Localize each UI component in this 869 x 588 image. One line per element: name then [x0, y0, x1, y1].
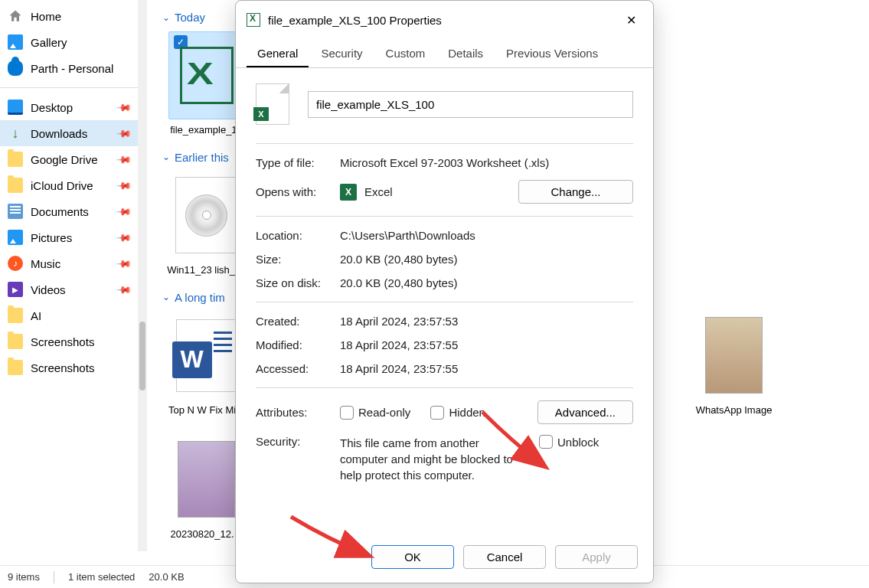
tab-security[interactable]: Security	[310, 39, 373, 67]
cancel-button[interactable]: Cancel	[463, 545, 546, 569]
apply-button[interactable]: Apply	[555, 545, 638, 569]
sidebar-item-label: Screenshots	[31, 361, 130, 374]
sidebar-item-label: Desktop	[31, 101, 110, 114]
sidebar-item-documents[interactable]: Documents 📌	[0, 198, 138, 224]
sidebar-item-label: Documents	[31, 205, 110, 218]
properties-dialog: file_example_XLS_100 Properties ✕ Genera…	[235, 0, 654, 583]
group-title: Today	[175, 11, 205, 24]
image-file-icon	[705, 317, 763, 394]
sizedisk-value: 20.0 KB (20,480 bytes)	[340, 276, 633, 289]
pin-icon: 📌	[116, 203, 132, 220]
sidebar-item-label: iCloud Drive	[31, 179, 110, 192]
sizedisk-label: Size on disk:	[256, 276, 340, 289]
pin-icon: 📌	[116, 281, 132, 298]
sidebar-scrollbar[interactable]	[138, 0, 147, 551]
filename-input[interactable]	[308, 91, 633, 118]
sidebar-item-desktop[interactable]: Desktop 📌	[0, 94, 138, 120]
iso-file-icon	[175, 177, 238, 253]
sidebar-item-label: Downloads	[31, 127, 110, 140]
readonly-checkbox[interactable]: Read-only	[340, 406, 410, 420]
dialog-footer: OK Cancel Apply	[236, 534, 653, 583]
location-value: C:\Users\Parth\Downloads	[340, 229, 633, 242]
desktop-icon	[8, 100, 23, 115]
folder-icon	[8, 152, 23, 167]
sidebar-item-videos[interactable]: ▶ Videos 📌	[0, 276, 138, 302]
image-file-icon	[178, 441, 235, 518]
close-button[interactable]: ✕	[619, 8, 642, 31]
scrollbar-thumb[interactable]	[139, 322, 145, 390]
sidebar-item-label: Music	[31, 257, 110, 270]
sidebar-item-iclouddrive[interactable]: iCloud Drive 📌	[0, 172, 138, 198]
sidebar-item-screenshots[interactable]: Screenshots	[0, 328, 138, 354]
accessed-value: 18 April 2024, 23:57:55	[340, 362, 633, 375]
tab-general[interactable]: General	[247, 39, 309, 67]
status-item-count: 9 items	[8, 571, 40, 583]
divider	[54, 571, 54, 583]
tab-details[interactable]: Details	[437, 39, 494, 67]
type-value: Microsoft Excel 97-2003 Worksheet (.xls)	[340, 156, 633, 169]
xls-icon	[247, 13, 260, 27]
created-label: Created:	[256, 315, 340, 328]
unblock-checkbox[interactable]: Unblock	[539, 435, 599, 449]
onedrive-icon	[8, 60, 23, 76]
excel-app-icon: X	[340, 184, 357, 201]
excel-file-icon	[180, 47, 234, 104]
status-size: 20.0 KB	[149, 571, 184, 583]
sidebar-item-downloads[interactable]: ↓ Downloads 📌	[0, 120, 138, 146]
file-type-icon: X	[256, 83, 289, 125]
opens-label: Opens with:	[256, 185, 340, 198]
security-text: This file came from another computer and…	[340, 435, 524, 483]
sidebar-item-googledrive[interactable]: Google Drive 📌	[0, 146, 138, 172]
sidebar-item-onedrive[interactable]: Parth - Personal	[0, 55, 138, 81]
modified-label: Modified:	[256, 338, 340, 351]
videos-icon: ▶	[8, 282, 23, 297]
accessed-label: Accessed:	[256, 362, 340, 375]
chevron-down-icon: ⌄	[162, 292, 170, 302]
ok-button[interactable]: OK	[371, 545, 454, 569]
size-label: Size:	[256, 253, 340, 266]
sidebar-item-screenshots[interactable]: Screenshots	[0, 354, 138, 381]
sidebar-item-label: Videos	[31, 283, 110, 296]
chevron-down-icon: ⌄	[162, 152, 170, 162]
created-value: 18 April 2024, 23:57:53	[340, 315, 633, 328]
size-value: 20.0 KB (20,480 bytes)	[340, 253, 633, 266]
pin-icon: 📌	[116, 151, 132, 168]
documents-icon	[8, 204, 23, 219]
folder-icon	[8, 360, 23, 375]
tab-custom[interactable]: Custom	[375, 39, 436, 67]
status-selected: 1 item selected	[68, 571, 135, 583]
home-icon	[8, 8, 23, 24]
file-item[interactable]: WhatsApp Image	[690, 312, 778, 417]
change-button[interactable]: Change...	[518, 180, 633, 204]
sidebar-item-home[interactable]: Home	[0, 3, 138, 29]
file-name: WhatsApp Image	[690, 404, 778, 417]
folder-icon	[8, 308, 23, 323]
sidebar-item-pictures[interactable]: Pictures 📌	[0, 224, 138, 250]
sidebar-item-label: Google Drive	[31, 153, 110, 166]
dialog-title: file_example_XLS_100 Properties	[268, 14, 612, 27]
pin-icon: 📌	[116, 99, 132, 116]
hidden-checkbox[interactable]: Hidden	[430, 406, 485, 420]
sidebar-item-label: Home	[31, 10, 130, 23]
downloads-icon: ↓	[8, 126, 23, 141]
word-file-icon: W	[176, 319, 237, 392]
sidebar-item-label: Pictures	[31, 231, 110, 244]
gallery-icon	[8, 34, 23, 50]
sidebar-item-gallery[interactable]: Gallery	[0, 29, 138, 55]
location-label: Location:	[256, 229, 340, 242]
titlebar: file_example_XLS_100 Properties ✕	[236, 1, 653, 39]
dialog-body: X Type of file: Microsoft Excel 97-2003 …	[236, 68, 653, 534]
music-icon: ♪	[8, 256, 23, 271]
opens-value: Excel	[364, 185, 393, 198]
tab-previous-versions[interactable]: Previous Versions	[495, 39, 609, 67]
pin-icon: 📌	[116, 229, 132, 246]
chevron-down-icon: ⌄	[162, 12, 170, 23]
pin-icon: 📌	[116, 125, 132, 142]
tabs: General Security Custom Details Previous…	[236, 39, 653, 68]
folder-icon	[8, 334, 23, 349]
advanced-button[interactable]: Advanced...	[537, 400, 633, 424]
sidebar-item-music[interactable]: ♪ Music 📌	[0, 250, 138, 276]
modified-value: 18 April 2024, 23:57:55	[340, 338, 633, 351]
security-label: Security:	[256, 435, 340, 448]
sidebar-item-ai[interactable]: AI	[0, 302, 138, 328]
